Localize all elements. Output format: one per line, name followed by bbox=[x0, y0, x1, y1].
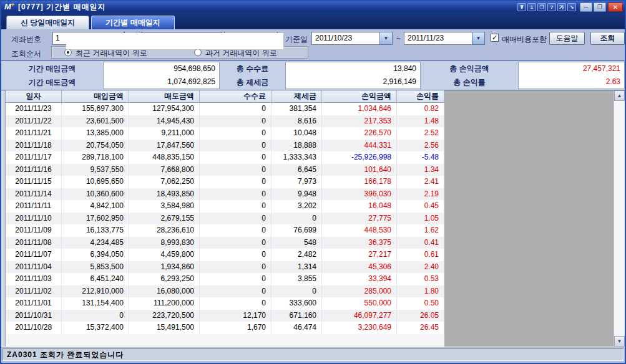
cell-fee: 0 bbox=[200, 164, 271, 176]
cell-pl-rate: 26.05 bbox=[397, 310, 444, 322]
cell-tax: 3,855 bbox=[271, 273, 322, 285]
cell-pl-rate: 2.56 bbox=[397, 140, 444, 152]
table-row[interactable]: 2011/11/114,842,1003,584,98003,20216,048… bbox=[6, 200, 444, 213]
scroll-down-button[interactable]: ▼ bbox=[614, 336, 625, 347]
vertical-scrollbar[interactable]: ▲ ▼ bbox=[614, 90, 625, 347]
cell-pl-amount: -25,926,998 bbox=[322, 151, 397, 164]
cell-buy-amount: 212,910,000 bbox=[62, 285, 129, 298]
header-sell-amount[interactable]: 매도금액 bbox=[129, 90, 200, 103]
cell-pl-rate: 1.62 bbox=[397, 224, 444, 237]
titlebar-clone-icon[interactable]: ❐ bbox=[537, 3, 546, 11]
table-row[interactable]: 2011/11/036,451,2406,293,25003,85533,394… bbox=[6, 273, 444, 285]
period-sell-label: 기간 매도금액 bbox=[1, 75, 103, 89]
table-row[interactable]: 2011/11/084,234,4858,993,830054836,3750.… bbox=[6, 237, 444, 249]
account-label: 계좌번호 bbox=[11, 34, 41, 45]
cell-fee: 0 bbox=[200, 224, 271, 237]
titlebar-font-icon[interactable]: 가 bbox=[557, 3, 566, 11]
help-button[interactable]: 도움말 bbox=[549, 32, 585, 45]
date-from-dropdown-button[interactable]: ▼ bbox=[379, 32, 393, 45]
search-button[interactable]: 조회 bbox=[590, 32, 625, 45]
table-row[interactable]: 2011/10/310223,720,50012,170671,16046,09… bbox=[6, 310, 444, 322]
query-form: 계좌번호 1 ▼ 기준일 2011/10/23 ▼ ~ 2011/11/23 ▼… bbox=[1, 29, 625, 60]
table-row[interactable]: 2011/11/23155,697,300127,954,3000381,354… bbox=[6, 103, 444, 115]
cell-pl-amount: 46,097,277 bbox=[322, 310, 397, 322]
header-fee[interactable]: 수수료 bbox=[200, 90, 271, 103]
date-to-input[interactable]: 2011/11/23 bbox=[404, 32, 472, 45]
cell-pl-amount: 226,570 bbox=[322, 127, 397, 140]
table-row[interactable]: 2011/11/1017,602,9502,679,1550027,7751.0… bbox=[6, 213, 444, 225]
cell-pl-amount: 396,030 bbox=[322, 188, 397, 201]
cell-date: 2011/11/11 bbox=[6, 200, 62, 213]
summary-panel: 기간 매입금액 기간 매도금액 954,698,650 1,074,692,82… bbox=[1, 60, 625, 90]
table-row[interactable]: 2011/10/2815,372,40015,491,5001,67046,47… bbox=[6, 322, 444, 334]
summary-period-labels: 기간 매입금액 기간 매도금액 bbox=[1, 61, 103, 90]
app-window: M+ [0777] 기간별 매매일지 ⊽ 1 ❐ ? 가 ↘ ─ ❐ ✕ 신 당… bbox=[0, 0, 626, 364]
tab-daily-journal[interactable]: 신 당일매매일지 bbox=[6, 16, 89, 29]
radio-oldest-first[interactable] bbox=[194, 49, 202, 56]
cell-tax: 2,482 bbox=[271, 249, 322, 261]
restore-button[interactable]: ❐ bbox=[594, 2, 606, 12]
cell-pl-rate: 0.82 bbox=[397, 103, 444, 115]
table-row[interactable]: 2011/11/0916,133,77528,236,610076,699448… bbox=[6, 224, 444, 237]
summary-fee-tax-labels: 총 수수료 총 제세금 bbox=[220, 61, 285, 90]
summary-pl-labels: 총 손익금액 총 손익률 bbox=[421, 61, 518, 90]
date-to-dropdown-button[interactable]: ▼ bbox=[472, 32, 485, 45]
cell-tax: 1,333,343 bbox=[271, 151, 322, 164]
cell-tax: 671,160 bbox=[271, 310, 322, 322]
close-button[interactable]: ✕ bbox=[608, 2, 623, 12]
table-row[interactable]: 2011/11/02212,910,00016,080,00000285,000… bbox=[6, 285, 444, 298]
header-buy-amount[interactable]: 매입금액 bbox=[62, 90, 129, 103]
table-row[interactable]: 2011/11/076,394,0504,459,80002,48227,217… bbox=[6, 249, 444, 261]
cell-pl-amount: 36,375 bbox=[322, 237, 397, 249]
include-fee-checkbox[interactable]: ✓ bbox=[491, 34, 499, 42]
scroll-up-button[interactable]: ▲ bbox=[614, 90, 625, 101]
cell-buy-amount: 23,601,500 bbox=[62, 115, 129, 128]
cell-sell-amount: 448,835,150 bbox=[129, 151, 200, 164]
table-row[interactable]: 2011/11/1510,695,6507,062,25007,973166,1… bbox=[6, 176, 444, 188]
header-tax[interactable]: 제세금 bbox=[271, 90, 322, 103]
status-message: ZA0301 조회가 완료되었습니다 bbox=[7, 350, 124, 360]
date-from-input[interactable]: 2011/10/23 bbox=[311, 32, 380, 45]
cell-fee: 0 bbox=[200, 237, 271, 249]
table-row[interactable]: 2011/11/1820,754,05017,847,560018,888444… bbox=[6, 140, 444, 152]
cell-sell-amount: 15,491,500 bbox=[129, 322, 200, 334]
total-fee-label: 총 수수료 bbox=[220, 62, 285, 75]
titlebar-one-button[interactable]: 1 bbox=[527, 3, 536, 11]
table-row[interactable]: 2011/11/01131,154,400111,200,0000333,600… bbox=[6, 297, 444, 310]
cell-buy-amount: 4,234,485 bbox=[62, 237, 129, 249]
cell-pl-rate: 2.19 bbox=[397, 188, 444, 201]
cell-buy-amount: 6,394,050 bbox=[62, 249, 129, 261]
total-tax-value: 2,916,149 bbox=[286, 75, 420, 89]
tab-bar: 신 당일매매일지 기간별 매매일지 bbox=[1, 12, 625, 29]
titlebar-help-icon[interactable]: ? bbox=[547, 3, 556, 11]
cell-fee: 0 bbox=[200, 176, 271, 188]
cell-buy-amount: 155,697,300 bbox=[62, 103, 129, 115]
radio-recent-first[interactable] bbox=[64, 49, 72, 56]
cell-pl-rate: 26.45 bbox=[397, 322, 444, 334]
grid-gutter bbox=[1, 90, 6, 347]
table-row[interactable]: 2011/11/2113,385,0009,211,000010,048226,… bbox=[6, 127, 444, 140]
cell-tax: 9,948 bbox=[271, 188, 322, 201]
cell-buy-amount: 16,133,775 bbox=[62, 224, 129, 237]
cell-pl-amount: 444,331 bbox=[322, 140, 397, 152]
cell-pl-amount: 101,640 bbox=[322, 164, 397, 176]
titlebar-link-icon[interactable]: ↘ bbox=[567, 3, 576, 11]
header-pl-amount[interactable]: 손익금액 bbox=[322, 90, 397, 103]
minimize-button[interactable]: ─ bbox=[580, 2, 592, 12]
cell-sell-amount: 3,584,980 bbox=[129, 200, 200, 213]
header-pl-rate[interactable]: 손익률 bbox=[397, 90, 444, 103]
cell-fee: 0 bbox=[200, 115, 271, 128]
table-row[interactable]: 2011/11/1410,360,60018,493,85009,948396,… bbox=[6, 188, 444, 201]
titlebar-buttons: ⊽ 1 ❐ ? 가 ↘ ─ ❐ ✕ bbox=[516, 2, 623, 12]
table-row[interactable]: 2011/11/17289,718,100448,835,15001,333,3… bbox=[6, 151, 444, 164]
table-row[interactable]: 2011/11/045,853,5001,934,86001,31445,306… bbox=[6, 261, 444, 274]
header-date[interactable]: 일자 bbox=[6, 90, 62, 103]
table-row[interactable]: 2011/11/169,537,5507,668,80006,645101,64… bbox=[6, 164, 444, 176]
cell-date: 2011/10/31 bbox=[6, 310, 62, 322]
redaction-overlay bbox=[66, 33, 283, 49]
titlebar-pin-icon[interactable]: ⊽ bbox=[517, 3, 526, 11]
tab-period-journal[interactable]: 기간별 매매일지 bbox=[91, 16, 174, 29]
radio-oldest-first-label: 과거 거래내역이 위로 bbox=[205, 48, 277, 59]
table-row[interactable]: 2011/11/2223,601,50014,945,43008,616217,… bbox=[6, 115, 444, 128]
cell-pl-amount: 3,230,649 bbox=[322, 322, 397, 334]
